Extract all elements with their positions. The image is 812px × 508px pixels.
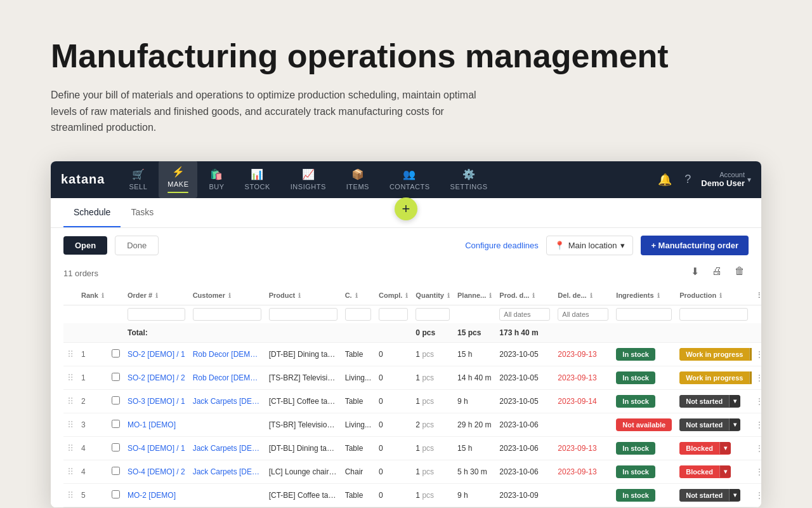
drag-handle[interactable]: ⠿ — [63, 436, 77, 460]
buy-icon: 🛍️ — [210, 168, 223, 180]
product-cell: [CT-BE] Coffee table [l... — [265, 483, 341, 507]
download-button[interactable]: ⬇ — [687, 263, 703, 280]
customer-cell: Rob Decor [DEMO] (S... — [189, 342, 265, 366]
checkbox-cell[interactable] — [108, 389, 124, 413]
filter-category[interactable] — [345, 308, 371, 321]
col-compl-header: Compl. ℹ — [375, 286, 412, 305]
filter-order[interactable] — [128, 308, 185, 321]
production-status-dropdown[interactable]: ▾ — [729, 418, 740, 431]
col-production-header: Production ℹ — [676, 286, 752, 305]
tab-schedule[interactable]: Schedule — [63, 198, 121, 227]
row-checkbox[interactable] — [112, 396, 120, 404]
configure-deadlines-link[interactable]: Configure deadlines — [465, 241, 539, 250]
nav-item-insights[interactable]: 📈 INSIGHTS — [282, 163, 335, 196]
ingredients-cell: In stock — [612, 342, 676, 366]
checkbox-cell[interactable] — [108, 460, 124, 483]
nav-item-buy[interactable]: 🛍️ BUY — [200, 163, 233, 196]
nav-item-stock[interactable]: 📊 STOCK — [236, 163, 279, 196]
filter-customer[interactable] — [193, 308, 261, 321]
production-status-dropdown[interactable]: ▾ — [749, 348, 752, 360]
more-cell[interactable]: ⋮ — [752, 436, 761, 460]
nav-item-sell[interactable]: 🛒 SELL — [120, 163, 156, 196]
row-checkbox[interactable] — [112, 420, 120, 428]
production-status-text: Not started — [679, 395, 729, 408]
production-status-dropdown[interactable]: ▾ — [719, 465, 731, 478]
bell-icon[interactable]: 🔔 — [655, 170, 674, 189]
more-cell[interactable]: ⋮ — [752, 366, 761, 389]
checkbox-cell[interactable] — [108, 413, 124, 436]
done-button[interactable]: Done — [115, 236, 159, 255]
contacts-icon: 👥 — [403, 168, 416, 180]
location-button[interactable]: 📍 Main location ▾ — [546, 236, 634, 255]
fab-add-button[interactable]: + — [395, 197, 417, 220]
nav-label-buy: BUY — [209, 183, 224, 190]
drag-handle[interactable]: ⠿ — [63, 460, 77, 483]
filter-del-date[interactable] — [558, 308, 608, 321]
production-status-dropdown[interactable]: ▾ — [719, 442, 731, 454]
more-cell[interactable]: ⋮ — [752, 413, 761, 436]
checkbox-cell[interactable] — [108, 483, 124, 507]
drag-handle[interactable]: ⠿ — [63, 483, 77, 507]
production-status-dropdown[interactable]: ▾ — [729, 395, 740, 407]
logo[interactable]: katana — [61, 172, 105, 187]
row-checkbox[interactable] — [112, 443, 120, 451]
order-link[interactable]: SO-4 [DEMO] / 2 — [128, 467, 185, 476]
col-product-header: Product ℹ — [265, 286, 341, 305]
order-link[interactable]: MO-2 [DEMO] — [128, 491, 176, 500]
filter-product[interactable] — [269, 308, 337, 321]
qty-cell: 2 pcs — [412, 413, 454, 436]
order-link[interactable]: SO-3 [DEMO] / 1 — [128, 397, 185, 406]
customer-cell: Jack Carpets [DEMO] (... — [189, 460, 265, 483]
row-checkbox[interactable] — [112, 349, 120, 358]
order-cell: SO-2 [DEMO] / 1 — [124, 342, 189, 366]
table-row: ⠿ 4 SO-4 [DEMO] / 2 Jack Carpets [DEMO] … — [63, 460, 761, 483]
row-checkbox[interactable] — [112, 467, 120, 475]
drag-handle[interactable]: ⠿ — [63, 342, 77, 366]
production-cell: Work in progress ▾ — [676, 342, 752, 366]
drag-handle[interactable]: ⠿ — [63, 413, 77, 436]
prod-date-cell: 2023-10-06 — [495, 460, 554, 483]
checkbox-cell[interactable] — [108, 342, 124, 366]
location-pin-icon: 📍 — [554, 241, 565, 250]
nav-item-contacts[interactable]: 👥 CONTACTS — [381, 163, 439, 196]
row-checkbox[interactable] — [112, 490, 120, 498]
filter-production[interactable] — [679, 308, 748, 321]
planned-cell: 5 h 30 m — [454, 460, 495, 483]
nav-label-items: ITEMS — [346, 183, 369, 190]
order-link[interactable]: SO-2 [DEMO] / 2 — [128, 373, 185, 382]
more-cell[interactable]: ⋮ — [752, 460, 761, 483]
row-checkbox[interactable] — [112, 373, 120, 381]
drag-handle[interactable]: ⠿ — [63, 389, 77, 413]
order-link[interactable]: SO-2 [DEMO] / 1 — [128, 350, 185, 359]
more-cell[interactable]: ⋮ — [752, 483, 761, 507]
production-status-dropdown[interactable]: ▾ — [749, 371, 752, 384]
order-link[interactable]: SO-4 [DEMO] / 1 — [128, 444, 185, 453]
filter-prod-date[interactable] — [499, 308, 550, 321]
checkbox-cell[interactable] — [108, 436, 124, 460]
tab-tasks[interactable]: Tasks — [121, 198, 164, 227]
filter-compl[interactable] — [379, 308, 408, 321]
drag-handle[interactable]: ⠿ — [63, 366, 77, 389]
qty-cell: 1 pcs — [412, 342, 454, 366]
print-button[interactable]: 🖨 — [708, 263, 726, 280]
filter-ingredients[interactable] — [616, 308, 672, 321]
account-chevron-icon: ▾ — [747, 175, 751, 184]
checkbox-cell[interactable] — [108, 366, 124, 389]
add-manufacturing-order-button[interactable]: + Manufacturing order — [641, 236, 749, 255]
delete-button[interactable]: 🗑 — [731, 263, 749, 280]
filter-qty[interactable] — [416, 308, 450, 321]
help-icon[interactable]: ? — [682, 170, 693, 189]
nav-item-items[interactable]: 📦 ITEMS — [337, 163, 378, 196]
open-button[interactable]: Open — [63, 236, 107, 255]
production-cell: Not started ▾ — [676, 389, 752, 413]
more-cell[interactable]: ⋮ — [752, 342, 761, 366]
account-info[interactable]: Account Demo User ▾ — [701, 171, 751, 188]
nav-item-settings[interactable]: ⚙️ SETTINGS — [442, 163, 497, 196]
qty-cell: 1 pcs — [412, 366, 454, 389]
more-cell[interactable]: ⋮ — [752, 389, 761, 413]
nav-item-make[interactable]: ⚡ MAKE — [159, 161, 197, 199]
production-status-dropdown[interactable]: ▾ — [729, 489, 740, 501]
order-link[interactable]: MO-1 [DEMO] — [128, 420, 176, 429]
nav-right: 🔔 ? Account Demo User ▾ — [655, 170, 751, 189]
nav-label-contacts: CONTACTS — [390, 183, 430, 190]
